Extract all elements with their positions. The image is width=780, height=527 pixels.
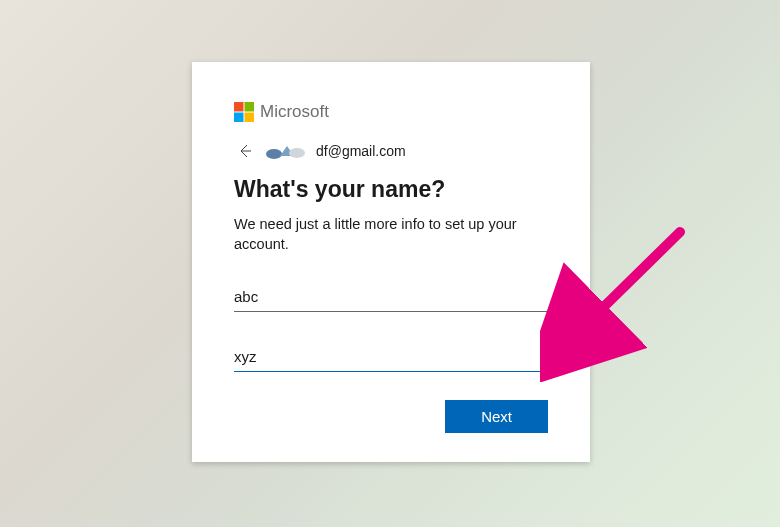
page-subtext: We need just a little more info to set u… [234,215,548,254]
identity-row: df@gmail.com [234,140,548,162]
first-name-input[interactable] [234,282,548,312]
svg-rect-2 [234,113,244,123]
back-button[interactable] [234,140,256,162]
obscured-avatar-icon [266,143,306,159]
svg-point-4 [266,149,282,159]
svg-rect-3 [245,113,255,123]
svg-point-6 [289,148,305,158]
brand-name: Microsoft [260,102,329,122]
microsoft-logo-icon [234,102,254,122]
svg-rect-1 [245,102,255,112]
brand-row: Microsoft [234,102,548,122]
page-title: What's your name? [234,176,548,203]
account-email: df@gmail.com [316,143,406,159]
svg-rect-0 [234,102,244,112]
signup-card: Microsoft df@gmail.com What's your name?… [192,62,590,462]
last-name-input[interactable] [234,342,548,372]
next-button[interactable]: Next [445,400,548,433]
arrow-left-icon [237,143,253,159]
actions-row: Next [234,400,548,433]
